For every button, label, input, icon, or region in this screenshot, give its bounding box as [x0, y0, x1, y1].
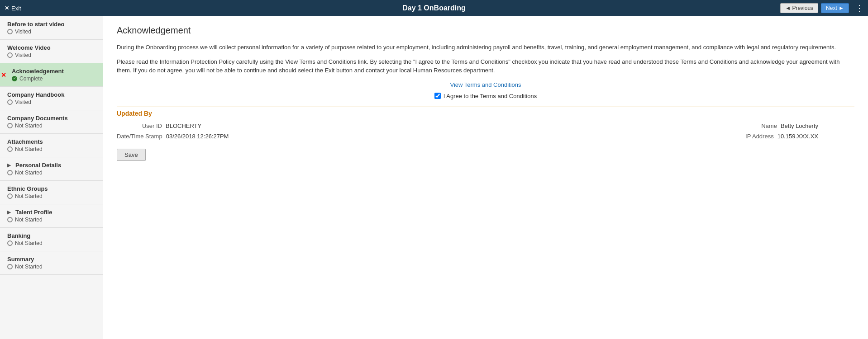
active-marker-icon: ✕ — [1, 71, 6, 79]
view-terms-link[interactable]: View Terms and Conditions — [117, 81, 854, 88]
sidebar-item-status: Visited — [7, 28, 97, 35]
previous-button[interactable]: ◄ Previous — [780, 3, 818, 13]
main-content: Acknowledgement During the Onboarding pr… — [103, 16, 868, 339]
user-id-label: User ID — [117, 122, 162, 129]
save-button[interactable]: Save — [117, 149, 146, 161]
updated-by-title: Updated By — [117, 110, 854, 117]
status-circle-visited — [7, 99, 13, 105]
status-circle-not-started — [7, 217, 13, 222]
sidebar-item-welcome-video[interactable]: Welcome Video Visited — [0, 40, 103, 63]
sidebar-item-title: Welcome Video — [7, 44, 97, 51]
sidebar-item-ethnic-groups[interactable]: Ethnic Groups Not Started — [0, 181, 103, 204]
name-label: Name — [750, 122, 777, 129]
status-circle-not-started — [7, 123, 13, 128]
more-options-button[interactable]: ⋮ — [855, 3, 863, 13]
status-circle-not-started — [7, 193, 13, 199]
sidebar-item-before-to-start-video[interactable]: Before to start video Visited — [0, 16, 103, 40]
sidebar-item-talent-profile[interactable]: ▶Talent Profile Not Started — [0, 204, 103, 228]
sidebar-item-status: Not Started — [7, 122, 97, 129]
status-circle-not-started — [7, 264, 13, 269]
sidebar-item-title: Company Handbook — [7, 91, 97, 98]
main-layout: Before to start video Visited Welcome Vi… — [0, 16, 868, 339]
status-circle-complete — [12, 76, 17, 81]
content-paragraph2: Please read the Information Protection P… — [117, 57, 854, 75]
exit-label: Exit — [11, 5, 21, 12]
sidebar: Before to start video Visited Welcome Vi… — [0, 16, 103, 339]
page-title: Day 1 OnBoarding — [402, 4, 466, 12]
sidebar-item-company-documents[interactable]: Company Documents Not Started — [0, 110, 103, 134]
datetime-row: Date/Time Stamp 03/26/2018 12:26:27PM — [117, 133, 486, 140]
agree-checkbox-row: I Agree to the Terms and Conditions — [117, 93, 854, 99]
sidebar-item-status: Not Started — [7, 146, 97, 152]
next-button[interactable]: Next ► — [821, 3, 849, 13]
agree-label: I Agree to the Terms and Conditions — [444, 93, 537, 99]
ip-row: IP Address 10.159.XXX.XX — [486, 133, 854, 140]
sidebar-item-title: ▶Talent Profile — [7, 209, 97, 216]
app-header: ✕ Exit Day 1 OnBoarding ◄ Previous Next … — [0, 0, 868, 16]
sidebar-item-status: Not Started — [7, 240, 97, 246]
user-id-row: User ID BLOCHERTY — [117, 122, 486, 129]
sidebar-item-title: Before to start video — [7, 21, 97, 28]
sidebar-item-title: Acknowledgement — [7, 68, 97, 75]
sidebar-item-title: Company Documents — [7, 115, 97, 122]
agree-checkbox[interactable] — [434, 93, 441, 99]
status-circle-visited — [7, 52, 13, 58]
sidebar-item-personal-details[interactable]: ▶Personal Details Not Started — [0, 157, 103, 181]
sidebar-item-status: Not Started — [7, 193, 97, 199]
exit-x-icon: ✕ — [5, 5, 9, 11]
sidebar-item-banking[interactable]: Banking Not Started — [0, 228, 103, 251]
sidebar-item-status: Not Started — [7, 170, 97, 176]
user-id-value: BLOCHERTY — [166, 122, 201, 129]
ip-label: IP Address — [738, 133, 774, 140]
content-paragraph1: During the Onboarding process we will co… — [117, 43, 854, 52]
sidebar-item-title: Attachments — [7, 138, 97, 145]
datetime-label: Date/Time Stamp — [117, 133, 162, 140]
sidebar-item-status: Not Started — [7, 264, 97, 270]
ip-value: 10.159.XXX.XX — [777, 133, 818, 140]
expand-arrow-icon: ▶ — [7, 163, 11, 168]
updated-by-section: Updated By User ID BLOCHERTY Name Betty … — [117, 107, 854, 140]
sidebar-item-attachments[interactable]: Attachments Not Started — [0, 134, 103, 157]
sidebar-item-title: Summary — [7, 256, 97, 263]
sidebar-item-summary[interactable]: Summary Not Started — [0, 251, 103, 275]
status-circle-not-started — [7, 146, 13, 152]
sidebar-item-status: Visited — [7, 99, 97, 105]
expand-arrow-icon: ▶ — [7, 210, 11, 215]
datetime-value: 03/26/2018 12:26:27PM — [166, 133, 229, 140]
sidebar-item-title: Banking — [7, 232, 97, 239]
sidebar-item-acknowledgement[interactable]: ✕ Acknowledgement Complete — [0, 63, 103, 87]
sidebar-item-title: ▶Personal Details — [7, 162, 97, 169]
sidebar-item-company-handbook[interactable]: Company Handbook Visited — [0, 87, 103, 110]
sidebar-item-title: Ethnic Groups — [7, 185, 97, 192]
exit-button[interactable]: ✕ Exit — [5, 5, 21, 12]
sidebar-item-status: Complete — [7, 75, 97, 82]
header-navigation: ◄ Previous Next ► ⋮ — [780, 3, 863, 13]
name-row: Name Betty Locherty — [486, 122, 854, 129]
info-grid: User ID BLOCHERTY Name Betty Locherty Da… — [117, 122, 854, 140]
status-circle-not-started — [7, 240, 13, 246]
name-value: Betty Locherty — [781, 122, 818, 129]
sidebar-item-status: Visited — [7, 52, 97, 58]
sidebar-item-status: Not Started — [7, 217, 97, 223]
status-circle-not-started — [7, 170, 13, 175]
status-circle-visited — [7, 29, 13, 34]
content-title: Acknowledgement — [117, 25, 854, 36]
